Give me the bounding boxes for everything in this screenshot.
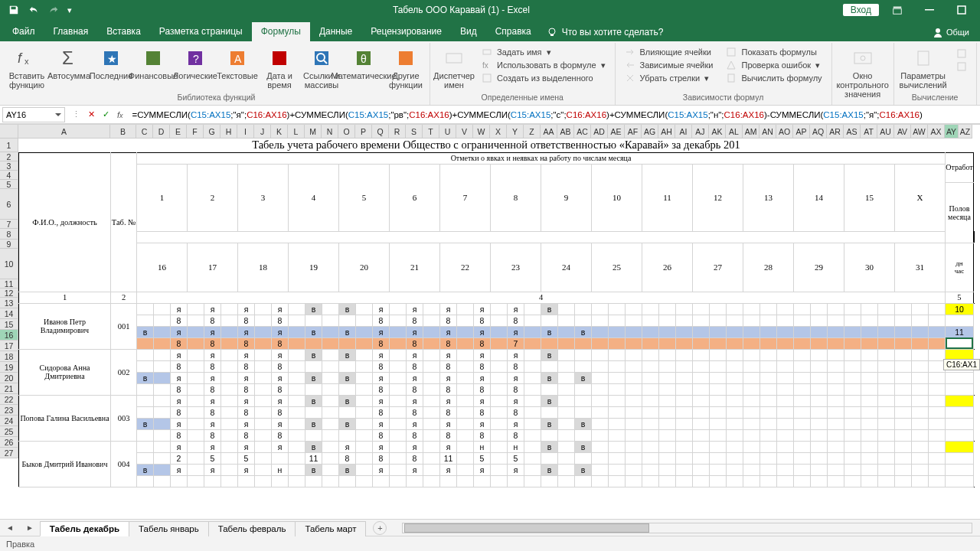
- scrollbar-thumb[interactable]: [404, 523, 649, 533]
- col-header[interactable]: AH: [658, 125, 675, 139]
- maximize-icon[interactable]: [948, 0, 975, 20]
- select-all-corner[interactable]: [0, 125, 18, 139]
- tab-help[interactable]: Справка: [486, 22, 541, 41]
- row-header[interactable]: 8: [0, 229, 18, 240]
- sheet-tab[interactable]: Табель февраль: [208, 521, 296, 536]
- col-header[interactable]: AY: [945, 125, 959, 139]
- col-header[interactable]: L: [288, 125, 305, 139]
- row-header[interactable]: 22: [0, 394, 18, 405]
- col-header[interactable]: V: [456, 125, 473, 139]
- col-header[interactable]: C: [136, 125, 153, 139]
- col-header[interactable]: P: [355, 125, 372, 139]
- tab-layout[interactable]: Разметка страницы: [150, 22, 252, 41]
- col-header[interactable]: AS: [844, 125, 861, 139]
- row-headers[interactable]: 1234567891011121314151617181920212223242…: [0, 139, 18, 458]
- col-header[interactable]: AW: [911, 125, 928, 139]
- col-header[interactable]: AB: [557, 125, 574, 139]
- next-sheet-button[interactable]: ►: [20, 523, 40, 532]
- row-header[interactable]: 20: [0, 373, 18, 383]
- tab-home[interactable]: Главная: [44, 22, 98, 41]
- row-header[interactable]: 2: [0, 152, 18, 161]
- row-header[interactable]: 15: [0, 319, 18, 330]
- row-header[interactable]: 7: [0, 220, 18, 229]
- col-header[interactable]: AC: [574, 125, 591, 139]
- col-header[interactable]: K: [271, 125, 288, 139]
- col-header[interactable]: X: [490, 125, 507, 139]
- col-header[interactable]: Q: [372, 125, 389, 139]
- more-fn-button[interactable]: Другие функции: [385, 44, 426, 90]
- col-header[interactable]: AV: [894, 125, 911, 139]
- formula-input[interactable]: =СУММЕСЛИ(C15:AX15;"я";C16:AX16)+СУММЕСЛ…: [128, 110, 980, 119]
- col-header[interactable]: F: [187, 125, 204, 139]
- col-header[interactable]: O: [338, 125, 355, 139]
- col-header[interactable]: Z: [524, 125, 541, 139]
- col-header[interactable]: AK: [709, 125, 726, 139]
- fx-icon[interactable]: fx: [117, 110, 123, 119]
- tab-insert[interactable]: Вставка: [97, 22, 150, 41]
- name-box[interactable]: AY16: [2, 107, 65, 122]
- sheet-tab[interactable]: Табель январь: [129, 521, 209, 536]
- row-header[interactable]: 25: [0, 426, 18, 437]
- row-header[interactable]: 4: [0, 171, 18, 180]
- row-header[interactable]: 16: [0, 330, 18, 341]
- datetime-button[interactable]: Дата и время: [259, 44, 300, 90]
- tab-review[interactable]: Рецензирование: [361, 22, 451, 41]
- qat-dropdown-icon[interactable]: ▾: [66, 2, 74, 18]
- col-header[interactable]: AJ: [692, 125, 709, 139]
- financial-button[interactable]: Финансовые: [132, 44, 174, 80]
- math-button[interactable]: θ Математические: [343, 44, 384, 80]
- cancel-icon[interactable]: ✕: [88, 109, 95, 119]
- col-header[interactable]: AR: [827, 125, 844, 139]
- row-header[interactable]: 10: [0, 249, 18, 279]
- col-header[interactable]: AM: [743, 125, 760, 139]
- col-header[interactable]: B: [110, 125, 136, 139]
- col-header[interactable]: AZ: [959, 125, 972, 139]
- col-header[interactable]: AD: [591, 125, 608, 139]
- save-icon[interactable]: [6, 2, 21, 18]
- col-header[interactable]: M: [305, 125, 322, 139]
- row-header[interactable]: 26: [0, 437, 18, 448]
- col-header[interactable]: I: [237, 125, 254, 139]
- tab-file[interactable]: Файл: [3, 22, 44, 41]
- sheet-tab[interactable]: Табель март: [295, 521, 366, 536]
- row-header[interactable]: 19: [0, 362, 18, 373]
- row-header[interactable]: 27: [0, 448, 18, 458]
- ribbon-options-icon[interactable]: [884, 0, 911, 20]
- row-header[interactable]: 11: [0, 279, 18, 289]
- autosum-button[interactable]: Σ Автосумма: [48, 44, 90, 80]
- sheet-tab[interactable]: Табель декабрь: [40, 521, 129, 536]
- insert-function-button[interactable]: fx Вставить функцию: [6, 44, 47, 90]
- lookup-button[interactable]: Ссылки и массивы: [301, 44, 342, 90]
- tab-formulas[interactable]: Формулы: [252, 22, 310, 41]
- chevron-down-icon[interactable]: [55, 113, 61, 116]
- horizontal-scrollbar[interactable]: [402, 523, 972, 533]
- col-header[interactable]: U: [439, 125, 456, 139]
- minimize-icon[interactable]: [916, 0, 943, 20]
- prev-sheet-button[interactable]: ◄: [0, 523, 20, 532]
- col-header[interactable]: AX: [928, 125, 945, 139]
- col-header[interactable]: AP: [793, 125, 810, 139]
- col-header[interactable]: AA: [541, 125, 557, 139]
- row-header[interactable]: 21: [0, 383, 18, 394]
- col-header[interactable]: S: [406, 125, 423, 139]
- col-header[interactable]: AQ: [810, 125, 827, 139]
- col-header[interactable]: D: [153, 125, 170, 139]
- redo-icon[interactable]: [46, 2, 61, 18]
- row-header[interactable]: 3: [0, 161, 18, 171]
- col-header[interactable]: J: [254, 125, 271, 139]
- col-header[interactable]: R: [389, 125, 406, 139]
- row-header[interactable]: 13: [0, 298, 18, 308]
- row-header[interactable]: 18: [0, 351, 18, 362]
- col-header[interactable]: AG: [642, 125, 658, 139]
- col-header[interactable]: AN: [760, 125, 776, 139]
- add-sheet-button[interactable]: +: [373, 521, 387, 535]
- enter-icon[interactable]: ✓: [103, 109, 109, 119]
- col-header[interactable]: AU: [877, 125, 894, 139]
- column-headers[interactable]: ABCDEFGHIJKLMNOPQRSTUVWXYZAAABACADAEAFAG…: [18, 125, 972, 139]
- col-header[interactable]: T: [423, 125, 439, 139]
- signin-button[interactable]: Вход: [843, 4, 879, 16]
- tab-data[interactable]: Данные: [310, 22, 361, 41]
- tell-me-search[interactable]: Что вы хотите сделать?: [541, 23, 670, 41]
- share-button[interactable]: Общи: [925, 23, 977, 41]
- tab-view[interactable]: Вид: [451, 22, 486, 41]
